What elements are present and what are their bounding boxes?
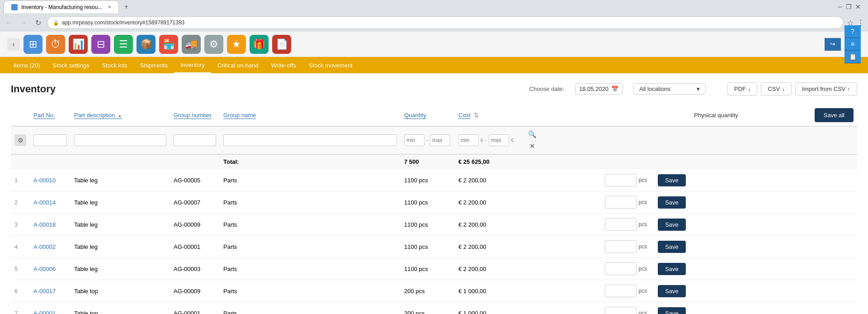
physical-qty-input[interactable] (605, 218, 637, 231)
col-cost[interactable]: Cost ⇅ (455, 105, 523, 126)
group-no-filter-input[interactable] (174, 134, 216, 146)
csv-button[interactable]: CSV ↓ (761, 82, 791, 95)
logout-btn[interactable]: ↪ (825, 38, 841, 51)
app-icon-doc[interactable]: 📄 (272, 35, 291, 54)
restore-btn[interactable]: ❐ (846, 3, 852, 10)
row-description: Table leg (71, 191, 170, 214)
row-group-name: Parts (220, 258, 401, 280)
col-quantity[interactable]: Quantity (401, 105, 455, 126)
app-icon-clock[interactable]: ⏱ (46, 35, 65, 54)
app-icon-shop[interactable]: 🏪 (159, 35, 178, 54)
close-btn[interactable]: ✕ (855, 3, 861, 10)
nav-write-offs[interactable]: Write-offs (265, 57, 302, 73)
save-row-button[interactable]: Save (658, 174, 686, 186)
euro-sign2: € (511, 138, 514, 143)
new-tab-button[interactable]: + (121, 1, 132, 12)
minimize-btn[interactable]: ─ (838, 3, 842, 10)
back-nav-btn[interactable]: ← (4, 17, 14, 28)
pdf-button[interactable]: PDF ↓ (727, 82, 758, 95)
total-label: Total: (223, 158, 239, 165)
tab-close-btn[interactable]: ✕ (108, 5, 111, 10)
active-tab[interactable]: Inventory - Manufacturing resou... ✕ (4, 0, 119, 13)
tasks-btn[interactable]: 📋 (844, 51, 861, 63)
part-no-sort-link[interactable]: Part No. (33, 112, 55, 119)
save-row-button[interactable]: Save (658, 241, 686, 253)
app-icon-truck[interactable]: 🚚 (182, 35, 201, 54)
col-part-no[interactable]: Part No. (30, 105, 71, 126)
part-no-filter-input[interactable] (33, 134, 67, 146)
quantity-sort-link[interactable]: Quantity (404, 112, 426, 119)
col-group-number[interactable]: Group number (170, 105, 220, 126)
part-no-link[interactable]: A-00001 (33, 310, 56, 314)
menu-btn[interactable]: ≡ (844, 38, 861, 51)
header-buttons: PDF ↓ CSV ↓ Import from CSV ↑ (727, 82, 857, 95)
part-no-link[interactable]: A-00014 (33, 199, 56, 206)
physical-qty-input[interactable] (605, 307, 637, 314)
part-no-link[interactable]: A-00006 (33, 266, 56, 272)
row-description: Table leg (71, 236, 170, 258)
app-icon-list[interactable]: ☰ (114, 35, 133, 54)
date-picker[interactable]: 18.05.2020 📅 (575, 83, 623, 95)
address-bar[interactable]: 🔒 app.mrpeasy.com/stock/inventory#158978… (47, 16, 844, 29)
group-name-sort-link[interactable]: Group name (223, 112, 256, 119)
nav-stock-settings[interactable]: Stock settings (47, 57, 96, 73)
filter-row: ⚙ (11, 126, 857, 154)
help-btn[interactable]: ? (844, 25, 861, 38)
nav-critical-on-hand[interactable]: Critical on-hand (211, 57, 265, 73)
physical-qty-input[interactable] (605, 240, 637, 253)
part-no-link[interactable]: A-00017 (33, 288, 56, 295)
physical-qty-input[interactable] (605, 285, 637, 297)
import-csv-button[interactable]: Import from CSV ↑ (795, 82, 857, 95)
save-row-button[interactable]: Save (658, 196, 686, 209)
save-row-button[interactable]: Save (658, 307, 686, 314)
col-part-description[interactable]: Part description ▲ (71, 105, 170, 126)
save-row-button[interactable]: Save (658, 219, 686, 231)
physical-qty-input[interactable] (605, 196, 637, 209)
nav-items[interactable]: Items (20) (7, 57, 47, 73)
qty-min-input[interactable] (404, 134, 425, 146)
cost-sort-link[interactable]: Cost (458, 112, 471, 119)
physical-qty-input[interactable] (605, 262, 637, 275)
col-group-name[interactable]: Group name (220, 105, 401, 126)
part-no-link[interactable]: A-00010 (33, 177, 56, 184)
col-filter-icon[interactable]: ⇅ (474, 112, 479, 119)
cost-max-input[interactable] (489, 134, 509, 146)
app-icon-star[interactable]: ★ (227, 35, 246, 54)
row-group-no: AG-00003 (170, 258, 220, 280)
app-icon-grid[interactable]: ⊟ (91, 35, 110, 54)
save-all-button[interactable]: Save all (815, 108, 854, 122)
cost-min-input[interactable] (458, 134, 479, 146)
description-filter-input[interactable] (74, 134, 166, 146)
gear-settings-btn[interactable]: ⚙ (14, 134, 26, 146)
part-no-link[interactable]: A-00018 (33, 221, 56, 228)
app-icon-box[interactable]: 📦 (137, 35, 156, 54)
filter-search-btn[interactable]: 🔍 (526, 128, 538, 140)
app-icon-chart[interactable]: 📊 (69, 35, 88, 54)
inventory-table: Part No. Part description ▲ Group number… (11, 105, 857, 314)
nav-back-btn[interactable]: ‹ (7, 38, 20, 51)
nav-shipments[interactable]: Shipments (134, 57, 174, 73)
group-name-filter-input[interactable] (223, 134, 397, 146)
app-icon-gear[interactable]: ⚙ (204, 35, 223, 54)
save-row-button[interactable]: Save (658, 263, 686, 275)
filter-clear-btn[interactable]: ✕ (526, 140, 538, 152)
reload-btn[interactable]: ↻ (33, 17, 43, 28)
total-empty4 (170, 154, 220, 169)
row-number: 7 (11, 302, 30, 314)
physical-qty-input[interactable] (605, 174, 637, 186)
part-no-link[interactable]: A-00002 (33, 243, 56, 250)
group-no-sort-link[interactable]: Group number (174, 112, 212, 119)
app-icon-dashboard[interactable]: ⊞ (24, 35, 42, 54)
save-row-button[interactable]: Save (658, 285, 686, 297)
app-icon-gift[interactable]: 🎁 (250, 35, 269, 54)
part-desc-sort-link[interactable]: Part description ▲ (74, 112, 122, 119)
nav-stock-movement[interactable]: Stock movement (302, 57, 359, 73)
right-panel-btns: ↪ (825, 38, 841, 51)
row-group-no: AG-00005 (170, 169, 220, 191)
location-select[interactable]: All locations ▾ (633, 83, 706, 95)
qty-max-input[interactable] (430, 134, 450, 146)
nav-inventory[interactable]: Inventory (174, 57, 211, 73)
row-cost: € 2 200,00 (455, 169, 523, 191)
nav-stock-lots[interactable]: Stock lots (95, 57, 133, 73)
forward-nav-btn[interactable]: → (18, 17, 29, 28)
